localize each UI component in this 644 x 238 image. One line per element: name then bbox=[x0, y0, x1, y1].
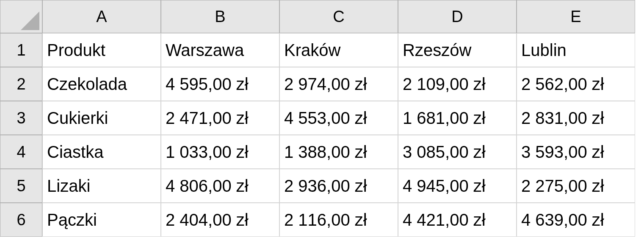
row-header-1[interactable]: 1 bbox=[0, 33, 42, 67]
cell-a6[interactable]: Pączki bbox=[42, 203, 161, 237]
cell-e6[interactable]: 4 639,00 zł bbox=[517, 203, 635, 237]
cell-c4[interactable]: 1 388,00 zł bbox=[279, 135, 398, 169]
cell-c5[interactable]: 2 936,00 zł bbox=[279, 169, 398, 203]
cell-b4[interactable]: 1 033,00 zł bbox=[161, 135, 279, 169]
cell-d3[interactable]: 1 681,00 zł bbox=[398, 101, 517, 135]
row-header-6[interactable]: 6 bbox=[0, 203, 42, 237]
row-header-3[interactable]: 3 bbox=[0, 101, 42, 135]
select-all-triangle-icon bbox=[19, 10, 41, 32]
cell-c6[interactable]: 2 116,00 zł bbox=[279, 203, 398, 237]
cell-e2[interactable]: 2 562,00 zł bbox=[517, 67, 635, 101]
cell-b2[interactable]: 4 595,00 zł bbox=[161, 67, 279, 101]
cell-e5[interactable]: 2 275,00 zł bbox=[517, 169, 635, 203]
cell-d5[interactable]: 4 945,00 zł bbox=[398, 169, 517, 203]
select-all-corner[interactable] bbox=[0, 0, 42, 33]
cell-b1[interactable]: Warszawa bbox=[161, 33, 279, 67]
cell-a2[interactable]: Czekolada bbox=[42, 67, 161, 101]
row-header-5[interactable]: 5 bbox=[0, 169, 42, 203]
cell-c2[interactable]: 2 974,00 zł bbox=[279, 67, 398, 101]
cell-a4[interactable]: Ciastka bbox=[42, 135, 161, 169]
spreadsheet-grid: A B C D E 1 Produkt Warszawa Kraków Rzes… bbox=[0, 0, 644, 237]
cell-e4[interactable]: 3 593,00 zł bbox=[517, 135, 635, 169]
cell-d6[interactable]: 4 421,00 zł bbox=[398, 203, 517, 237]
cell-b3[interactable]: 2 471,00 zł bbox=[161, 101, 279, 135]
row-header-2[interactable]: 2 bbox=[0, 67, 42, 101]
cell-b5[interactable]: 4 806,00 zł bbox=[161, 169, 279, 203]
cell-d2[interactable]: 2 109,00 zł bbox=[398, 67, 517, 101]
column-header-e[interactable]: E bbox=[517, 0, 635, 33]
cell-a1[interactable]: Produkt bbox=[42, 33, 161, 67]
cell-a3[interactable]: Cukierki bbox=[42, 101, 161, 135]
column-header-a[interactable]: A bbox=[42, 0, 161, 33]
cell-e1[interactable]: Lublin bbox=[517, 33, 635, 67]
cell-e3[interactable]: 2 831,00 zł bbox=[517, 101, 635, 135]
column-header-b[interactable]: B bbox=[161, 0, 279, 33]
cell-d4[interactable]: 3 085,00 zł bbox=[398, 135, 517, 169]
column-header-d[interactable]: D bbox=[398, 0, 517, 33]
cell-c1[interactable]: Kraków bbox=[279, 33, 398, 67]
cell-a5[interactable]: Lizaki bbox=[42, 169, 161, 203]
cell-b6[interactable]: 2 404,00 zł bbox=[161, 203, 279, 237]
row-header-4[interactable]: 4 bbox=[0, 135, 42, 169]
cell-c3[interactable]: 4 553,00 zł bbox=[279, 101, 398, 135]
column-header-c[interactable]: C bbox=[279, 0, 398, 33]
cell-d1[interactable]: Rzeszów bbox=[398, 33, 517, 67]
